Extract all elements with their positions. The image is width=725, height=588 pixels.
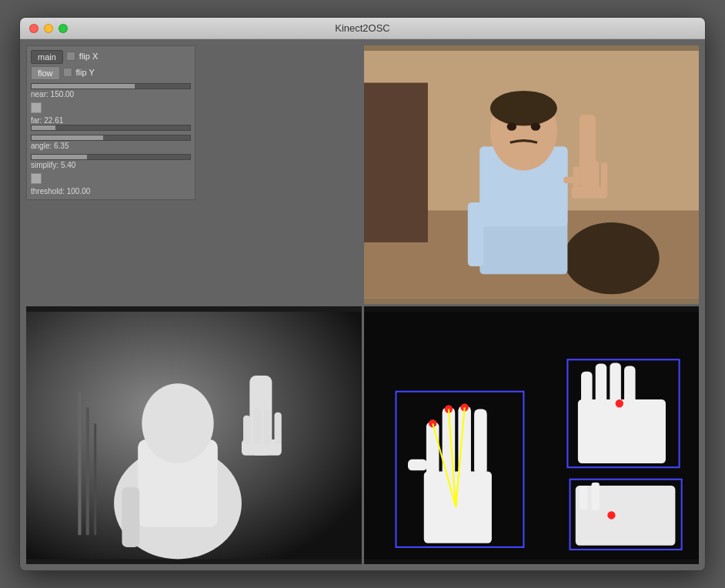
svg-rect-40 — [474, 409, 487, 474]
far-checkbox[interactable] — [31, 102, 42, 113]
threshold-label: threshold: 100.00 — [31, 187, 191, 195]
maximize-button[interactable] — [58, 24, 68, 33]
svg-rect-56 — [575, 486, 675, 546]
titlebar: Kinect2OSC — [20, 18, 705, 39]
far-slider-row: far: 22.61 — [31, 116, 191, 131]
svg-point-10 — [530, 122, 540, 130]
svg-rect-32 — [86, 407, 89, 535]
svg-rect-51 — [595, 363, 606, 405]
far-label: far: 22.61 — [31, 116, 191, 125]
flip-y-checkbox[interactable] — [63, 68, 72, 77]
traffic-lights — [29, 24, 68, 33]
svg-rect-3 — [364, 83, 428, 242]
svg-point-8 — [489, 91, 556, 126]
svg-rect-59 — [591, 482, 599, 509]
svg-rect-49 — [577, 399, 665, 463]
flip-y-row: flip Y — [63, 66, 95, 79]
angle-slider-track[interactable] — [31, 135, 191, 141]
flip-x-label: flip X — [79, 52, 98, 61]
svg-point-54 — [615, 399, 623, 407]
flip-y-label: flip Y — [76, 68, 95, 77]
slider-section: near: 150.00 far: 22.61 — [31, 83, 191, 195]
svg-rect-58 — [579, 486, 586, 509]
svg-rect-53 — [624, 366, 636, 404]
main-content: main flip X flow flip Y — [20, 39, 705, 570]
svg-rect-15 — [592, 161, 598, 190]
svg-point-4 — [563, 222, 659, 294]
button-row-1: main flip X — [31, 50, 191, 64]
svg-rect-50 — [581, 371, 593, 405]
button-row-2: flow flip Y — [31, 66, 191, 80]
svg-rect-31 — [78, 391, 81, 535]
svg-point-23 — [142, 383, 213, 463]
close-button[interactable] — [29, 24, 38, 33]
window-title: Kinect2OSC — [335, 22, 390, 34]
svg-rect-16 — [600, 162, 606, 189]
simplify-label: simplify: 5.40 — [31, 161, 191, 169]
svg-rect-30 — [122, 487, 139, 547]
top-left-panel: main flip X flow flip Y — [26, 45, 362, 304]
far-slider-track[interactable] — [31, 125, 191, 131]
simplify-slider-track[interactable] — [31, 154, 191, 160]
main-button[interactable]: main — [31, 50, 63, 64]
svg-rect-28 — [264, 409, 271, 444]
control-panel: main flip X flow flip Y — [26, 45, 195, 200]
svg-rect-33 — [94, 423, 96, 535]
svg-rect-17 — [563, 177, 575, 183]
near-slider-row: near: 150.00 — [31, 83, 191, 99]
svg-rect-26 — [243, 415, 250, 443]
angle-label: angle: 6.35 — [31, 142, 191, 150]
svg-rect-27 — [254, 409, 261, 444]
main-window: Kinect2OSC main flip X flow — [19, 17, 706, 571]
simplify-slider-fill — [32, 155, 87, 159]
svg-rect-37 — [426, 422, 439, 478]
hand-detection-svg — [364, 306, 700, 565]
depth-image-panel — [26, 306, 362, 565]
near-slider-fill — [32, 84, 135, 89]
angle-slider-fill — [32, 135, 103, 140]
flow-button[interactable]: flow — [31, 66, 60, 80]
flip-x-row: flip X — [66, 50, 98, 62]
svg-point-9 — [506, 122, 516, 130]
svg-rect-18 — [467, 202, 483, 266]
camera-feed-svg — [364, 45, 700, 304]
svg-rect-41 — [408, 459, 427, 470]
threshold-checkbox[interactable] — [31, 173, 42, 184]
svg-rect-52 — [610, 362, 621, 404]
far-slider-fill — [32, 125, 55, 130]
minimize-button[interactable] — [44, 24, 53, 33]
svg-rect-14 — [583, 161, 589, 190]
angle-slider-row: angle: 6.35 — [31, 135, 191, 150]
simplify-slider-row: simplify: 5.40 — [31, 154, 191, 169]
depth-svg — [26, 306, 362, 565]
svg-rect-29 — [274, 412, 281, 443]
flip-x-checkbox[interactable] — [66, 52, 75, 61]
camera-feed-panel — [364, 45, 700, 304]
near-label: near: 150.00 — [31, 90, 191, 99]
hand-detection-panel — [364, 306, 700, 565]
near-slider-track[interactable] — [31, 83, 191, 89]
svg-point-57 — [607, 511, 615, 519]
